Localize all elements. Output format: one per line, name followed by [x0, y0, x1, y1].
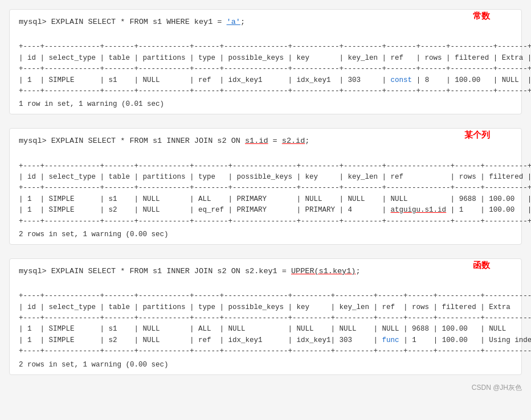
section-1: mysql> EXPLAIN SELECT * FROM s1 WHERE ke…	[9, 9, 522, 114]
result-info-1: 1 row in set, 1 warning (0.01 sec)	[19, 100, 512, 108]
section-3: mysql> EXPLAIN SELECT * FROM s1 INNER JO…	[9, 258, 522, 375]
watermark: CSDN @JH灰色	[9, 383, 522, 393]
annotation-column: 某个列	[464, 130, 490, 141]
sql-query-1: mysql> EXPLAIN SELECT * FROM s1 WHERE ke…	[19, 18, 512, 26]
table-2: +----+-------------+-------+------------…	[19, 150, 512, 227]
table-3: +----+-------------+-------+------------…	[19, 280, 512, 357]
annotation-function: 函数	[473, 260, 490, 271]
result-info-3: 2 rows in set, 1 warning (0.00 sec)	[19, 361, 512, 369]
sql-query-2: mysql> EXPLAIN SELECT * FROM s1 INNER JO…	[19, 137, 512, 145]
sql-query-3: mysql> EXPLAIN SELECT * FROM s1 INNER JO…	[19, 267, 512, 275]
section-2: mysql> EXPLAIN SELECT * FROM s1 INNER JO…	[9, 128, 522, 245]
result-info-2: 2 rows in set, 1 warning (0.00 sec)	[19, 230, 512, 238]
table-1: +----+-------------+-------+------------…	[19, 31, 512, 97]
annotation-constant: 常数	[473, 11, 490, 22]
